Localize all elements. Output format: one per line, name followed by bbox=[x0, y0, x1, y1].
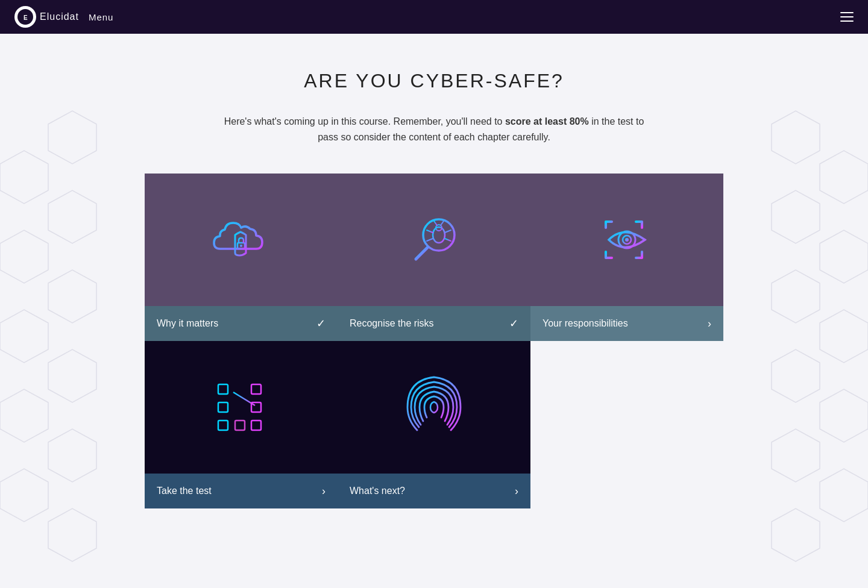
svg-marker-4 bbox=[48, 190, 96, 243]
card-whats-next-label: What's next? bbox=[350, 486, 405, 496]
svg-marker-9 bbox=[0, 389, 48, 442]
card-recognise-risks[interactable]: Recognise the risks ✓ bbox=[338, 174, 530, 341]
site-header: E Elucidat Menu bbox=[0, 0, 868, 34]
svg-rect-49 bbox=[251, 384, 261, 394]
svg-marker-16 bbox=[820, 230, 868, 283]
header-left: E Elucidat Menu bbox=[14, 6, 113, 28]
svg-line-36 bbox=[434, 221, 437, 225]
svg-marker-3 bbox=[0, 151, 48, 204]
svg-line-27 bbox=[416, 247, 428, 259]
svg-marker-13 bbox=[772, 111, 820, 164]
svg-line-32 bbox=[427, 239, 433, 241]
svg-rect-48 bbox=[218, 384, 228, 394]
svg-line-37 bbox=[441, 221, 444, 225]
svg-marker-18 bbox=[820, 310, 868, 363]
svg-marker-23 bbox=[772, 508, 820, 561]
menu-label[interactable]: Menu bbox=[89, 12, 114, 22]
svg-line-33 bbox=[445, 230, 451, 233]
card-why-it-matters[interactable]: Why it matters ✓ bbox=[145, 174, 338, 341]
svg-point-28 bbox=[433, 227, 445, 243]
svg-marker-8 bbox=[48, 349, 96, 402]
page-content: ARE YOU CYBER-SAFE? Here's what's coming… bbox=[133, 34, 735, 545]
svg-point-40 bbox=[625, 238, 629, 242]
card-recognise-risks-label: Recognise the risks bbox=[350, 318, 434, 329]
svg-line-35 bbox=[445, 239, 451, 241]
card-whats-next-arrow: › bbox=[515, 485, 518, 498]
card-grid-row2: Take the test › bbox=[145, 341, 723, 508]
card-your-responsibilities[interactable]: Your responsibilities › bbox=[530, 174, 723, 341]
svg-rect-52 bbox=[218, 421, 228, 430]
card-why-it-matters-check: ✓ bbox=[316, 317, 326, 330]
svg-marker-22 bbox=[820, 469, 868, 522]
card-your-responsibilities-label: Your responsibilities bbox=[542, 318, 628, 329]
card-whats-next[interactable]: What's next? › bbox=[338, 341, 530, 508]
svg-rect-54 bbox=[251, 421, 261, 430]
subtitle: Here's what's coming up in this course. … bbox=[217, 114, 651, 145]
card-take-test[interactable]: Take the test › bbox=[145, 341, 338, 508]
empty-cell bbox=[530, 341, 723, 508]
subtitle-start: Here's what's coming up in this course. … bbox=[224, 116, 505, 127]
card-take-test-arrow: › bbox=[322, 485, 326, 498]
logo-circle: E bbox=[14, 6, 36, 28]
card-why-it-matters-label: Why it matters bbox=[157, 318, 218, 329]
card-grid-row1: Why it matters ✓ bbox=[145, 174, 723, 341]
svg-marker-19 bbox=[772, 349, 820, 402]
subtitle-bold: score at least 80% bbox=[505, 116, 589, 127]
svg-marker-12 bbox=[48, 508, 96, 561]
svg-marker-14 bbox=[820, 151, 868, 204]
svg-marker-20 bbox=[820, 389, 868, 442]
svg-point-25 bbox=[240, 245, 242, 247]
svg-marker-15 bbox=[772, 190, 820, 243]
card-take-test-label: Take the test bbox=[157, 486, 212, 496]
svg-rect-50 bbox=[218, 402, 228, 412]
main-content: .hex { fill: none; stroke: #c8c8d8; stro… bbox=[0, 34, 868, 588]
card-your-responsibilities-arrow: › bbox=[708, 317, 711, 330]
svg-marker-6 bbox=[48, 270, 96, 323]
logo[interactable]: E Elucidat bbox=[14, 6, 79, 28]
svg-marker-17 bbox=[772, 270, 820, 323]
card-recognise-risks-check: ✓ bbox=[509, 317, 518, 330]
svg-marker-10 bbox=[48, 429, 96, 482]
svg-line-30 bbox=[427, 230, 433, 233]
logo-text: Elucidat bbox=[40, 11, 79, 22]
page-title: ARE YOU CYBER-SAFE? bbox=[145, 70, 723, 92]
svg-text:E: E bbox=[24, 14, 28, 21]
svg-marker-7 bbox=[0, 310, 48, 363]
hamburger-menu[interactable] bbox=[840, 12, 854, 22]
svg-marker-5 bbox=[0, 230, 48, 283]
svg-marker-2 bbox=[48, 111, 96, 164]
svg-marker-11 bbox=[0, 469, 48, 522]
svg-marker-21 bbox=[772, 429, 820, 482]
